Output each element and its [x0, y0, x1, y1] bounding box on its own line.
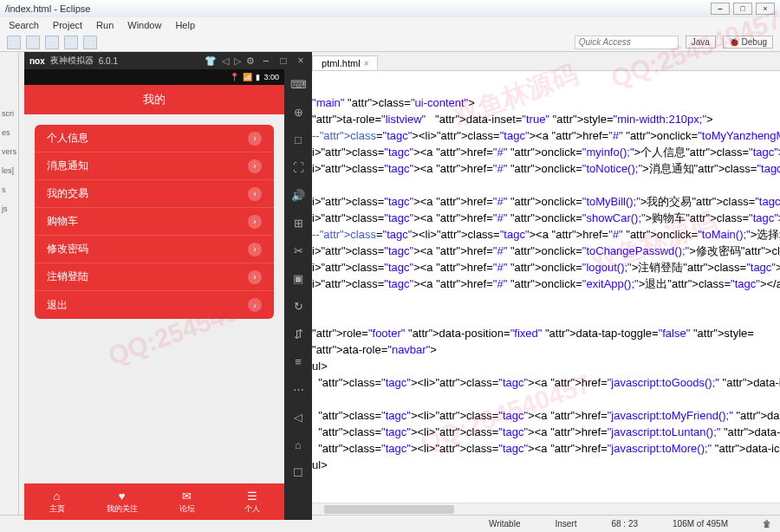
- battery-icon: ▮: [256, 73, 260, 81]
- footer-forum[interactable]: ✉论坛: [154, 483, 219, 520]
- tool-icon[interactable]: [64, 36, 78, 49]
- minimize-button[interactable]: ‒: [711, 3, 730, 15]
- back-icon[interactable]: ◁: [290, 409, 306, 425]
- chevron-right-icon: ›: [248, 159, 262, 173]
- app-title: 我的: [143, 92, 166, 107]
- menubar: Search Project Run Window Help: [0, 17, 780, 33]
- location-icon: 📍: [230, 73, 239, 81]
- status-insert: Insert: [555, 519, 576, 529]
- window-title: /index.html - Eclipse: [5, 3, 90, 14]
- folder-icon[interactable]: □: [290, 132, 306, 147]
- nox-sidebar: ⌨ ⊕ □ ⛶ 🔊 ⊞ ✂ ▣ ↻ ⇵ ≡ ⋯ ◁ ⌂ ☐: [284, 52, 312, 520]
- menu-item-profile[interactable]: 个人信息›: [35, 125, 274, 152]
- chevron-right-icon: ›: [248, 215, 262, 229]
- close-button[interactable]: ×: [756, 3, 775, 15]
- code-editor[interactable]: "main" "attr">class="ui-content">"attr">…: [307, 71, 780, 503]
- horizontal-scrollbar[interactable]: [307, 503, 780, 515]
- tool-icon[interactable]: ≡: [290, 354, 306, 369]
- chevron-right-icon: ›: [248, 298, 262, 312]
- footer-follow[interactable]: ♥我的关注: [89, 483, 154, 520]
- perspective-java[interactable]: Java: [686, 36, 716, 49]
- nox-version: 6.0.1: [99, 56, 118, 66]
- comment-icon: ✉: [182, 490, 192, 503]
- footer-personal[interactable]: ☰个人: [219, 483, 284, 520]
- chevron-right-icon: ›: [248, 132, 262, 146]
- nox-logo: nox: [29, 56, 45, 66]
- nox-titlebar: nox 夜神模拟器 6.0.1 👕 ◁ ▷ ⚙ ‒ □ ×: [24, 52, 312, 69]
- nox-minimize[interactable]: ‒: [260, 55, 272, 67]
- nox-close[interactable]: ×: [295, 55, 307, 67]
- menu-item-notice[interactable]: 消息通知›: [35, 152, 274, 180]
- back-icon[interactable]: ◁: [222, 55, 229, 67]
- info-icon: ☰: [247, 490, 257, 503]
- nox-maximize[interactable]: □: [277, 55, 289, 67]
- phone-screen: 📍 📶 ▮ 3:00 我的 个人信息› 消息通知› 我的交易› 购物车› 修改密…: [24, 69, 284, 520]
- menu-item-cart[interactable]: 购物车›: [35, 208, 274, 236]
- menu-item-password[interactable]: 修改密码›: [35, 236, 274, 263]
- editor-tabs: ptml.html ×: [307, 52, 780, 71]
- scissors-icon[interactable]: ✂: [290, 243, 306, 258]
- tab-label: ptml.html: [322, 58, 361, 68]
- app-content: 个人信息› 消息通知› 我的交易› 购物车› 修改密码› 注销登陆› 退出›: [24, 114, 284, 483]
- status-writable: Writable: [489, 519, 521, 529]
- titlebar: /index.html - Eclipse ‒ □ ×: [0, 0, 780, 17]
- menu-run[interactable]: Run: [96, 20, 114, 30]
- android-statusbar: 📍 📶 ▮ 3:00: [24, 69, 284, 85]
- menu-list: 个人信息› 消息通知› 我的交易› 购物车› 修改密码› 注销登陆› 退出›: [35, 125, 274, 319]
- maximize-button[interactable]: □: [733, 3, 752, 15]
- fullscreen-icon[interactable]: ⛶: [290, 159, 306, 175]
- perspective-debug[interactable]: 🐞 Debug: [723, 36, 773, 49]
- status-time: 3:00: [263, 73, 279, 81]
- tool-icon[interactable]: [45, 36, 59, 49]
- toolbar: Java 🐞 Debug: [0, 33, 780, 52]
- project-explorer-trim: scri es vers les] s js: [0, 52, 19, 515]
- menu-project[interactable]: Project: [53, 20, 82, 30]
- tool-icon[interactable]: [26, 36, 40, 49]
- tool-icon[interactable]: [7, 36, 21, 49]
- tool-icon[interactable]: ⊞: [290, 215, 306, 230]
- forward-icon[interactable]: ▷: [234, 55, 241, 67]
- nox-emulator-window: nox 夜神模拟器 6.0.1 👕 ◁ ▷ ⚙ ‒ □ × 📍 📶 ▮ 3:00: [24, 52, 312, 520]
- tool-icon[interactable]: [83, 36, 97, 49]
- gear-icon[interactable]: ⚙: [246, 55, 255, 67]
- menu-help[interactable]: Help: [175, 20, 195, 30]
- heart-icon: ♥: [119, 490, 126, 503]
- menu-search[interactable]: Search: [9, 20, 39, 30]
- wifi-icon: 📶: [243, 73, 252, 81]
- editor-area: ptml.html × "main" "attr">class="ui-cont…: [307, 52, 780, 515]
- chevron-right-icon: ›: [248, 270, 262, 284]
- app-footer: ⌂主页 ♥我的关注 ✉论坛 ☰个人: [24, 483, 284, 520]
- volume-icon[interactable]: 🔊: [290, 187, 306, 203]
- chevron-right-icon: ›: [248, 187, 262, 201]
- scroll-thumb[interactable]: [324, 505, 454, 514]
- close-icon[interactable]: ×: [364, 59, 369, 68]
- shake-icon[interactable]: ⇵: [290, 326, 306, 341]
- home-icon[interactable]: ⌂: [290, 437, 306, 452]
- menu-item-bill[interactable]: 我的交易›: [35, 180, 274, 208]
- app-header: 我的: [24, 85, 284, 114]
- home-icon: ⌂: [54, 490, 61, 503]
- keyboard-icon[interactable]: ⌨: [290, 76, 306, 92]
- shirt-icon[interactable]: 👕: [205, 55, 217, 67]
- quick-access-input[interactable]: [575, 36, 679, 49]
- menu-item-exit[interactable]: 退出›: [35, 291, 274, 319]
- nox-title: 夜神模拟器: [50, 55, 94, 67]
- main-area: scri es vers les] s js nox 夜神模拟器 6.0.1 👕…: [0, 52, 780, 515]
- status-heap: 106M of 495M: [673, 519, 728, 529]
- recent-icon[interactable]: ☐: [290, 464, 306, 480]
- eclipse-window: /index.html - Eclipse ‒ □ × Search Proje…: [0, 0, 780, 532]
- menu-item-logout[interactable]: 注销登陆›: [35, 263, 274, 291]
- editor-tab[interactable]: ptml.html ×: [312, 55, 378, 70]
- trash-icon[interactable]: 🗑: [763, 519, 771, 529]
- footer-home[interactable]: ⌂主页: [24, 483, 89, 520]
- window-controls: ‒ □ ×: [711, 3, 775, 15]
- more-icon[interactable]: ⋯: [290, 381, 306, 397]
- record-icon[interactable]: ▣: [290, 270, 306, 286]
- location-icon[interactable]: ⊕: [290, 104, 306, 120]
- status-position: 68 : 23: [611, 519, 638, 529]
- rotate-icon[interactable]: ↻: [290, 298, 306, 314]
- chevron-right-icon: ›: [248, 243, 262, 256]
- menu-window[interactable]: Window: [127, 20, 161, 30]
